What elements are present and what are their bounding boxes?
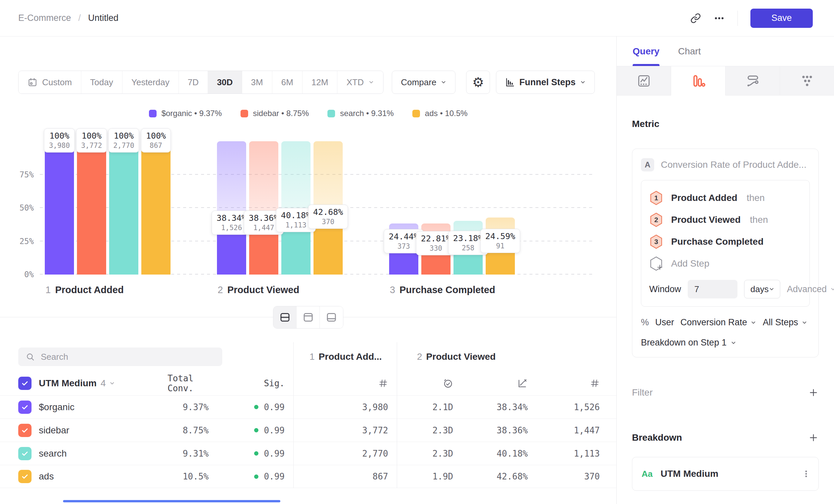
date-range-xtd[interactable]: XTD	[337, 71, 383, 93]
tab-query[interactable]: Query	[633, 37, 659, 66]
search-input[interactable]	[41, 352, 215, 362]
select-all-checkbox[interactable]	[18, 377, 31, 390]
date-range-6m[interactable]: 6M	[272, 71, 303, 93]
avg-time-icon[interactable]	[442, 378, 453, 389]
metric-step-1[interactable]: 1Product Addedthen	[649, 187, 802, 209]
bar-count: 1,113	[281, 221, 311, 229]
bar-count: 1,526	[217, 224, 246, 232]
metric-title: Conversion Rate of Product Adde...	[661, 160, 807, 170]
bar-ads-step2[interactable]: 42.68%370	[313, 141, 343, 275]
panel-top-icon	[303, 312, 314, 323]
date-range-today[interactable]: Today	[81, 71, 123, 93]
date-range-custom[interactable]: Custom	[19, 71, 81, 93]
funnel-steps-card: 1Product Addedthen2Product Viewedthen3Pu…	[641, 180, 810, 307]
compare-button[interactable]: Compare	[392, 71, 456, 94]
group-by-label[interactable]: UTM Medium 4	[39, 378, 115, 389]
step1-count-cell: 2,770	[293, 442, 397, 465]
total-conv-cell-value: 9.37%	[183, 402, 208, 412]
hash-icon[interactable]	[378, 378, 388, 388]
legend-swatch	[149, 110, 157, 117]
legend-item-organic[interactable]: $organic • 9.37%	[149, 109, 222, 118]
step1-count-cell: 867	[293, 465, 397, 488]
bar-sidebar-step2[interactable]: 38.36%1,447	[249, 141, 278, 275]
bar-sidebar-step3[interactable]: 22.81%330	[421, 141, 451, 275]
chart-type-tab-dots-grid[interactable]	[780, 66, 834, 95]
bar-ads-step3[interactable]: 24.59%91	[486, 141, 515, 275]
view-toggle-panel-bottom[interactable]	[320, 306, 343, 328]
breadcrumb-current[interactable]: Untitled	[88, 13, 119, 23]
row-checkbox[interactable]	[18, 400, 31, 414]
y-tick-label: 50%	[20, 203, 34, 212]
bar-search-step1[interactable]: 100%2,770	[109, 141, 138, 275]
breadcrumb-parent[interactable]: E-Commerce	[18, 13, 71, 23]
save-button[interactable]: Save	[750, 8, 813, 28]
chart-type-tab-flow[interactable]	[726, 66, 780, 95]
then-label: then	[747, 193, 765, 203]
hash-icon[interactable]	[590, 378, 600, 388]
date-range-12m[interactable]: 12M	[303, 71, 338, 93]
bar-search-step3[interactable]: 23.18%258	[454, 141, 483, 275]
step2-count-cell-value: 370	[584, 472, 600, 481]
breakdown-item-menu-button[interactable]	[801, 469, 811, 479]
chart-type-tab-funnel-bars[interactable]	[671, 66, 726, 95]
layout-view-toggle	[273, 306, 343, 328]
measure-scope-dropdown[interactable]: All Steps	[763, 317, 808, 327]
column-sig[interactable]: Sig.	[264, 378, 285, 388]
metric-step-name: Product Added	[671, 193, 738, 203]
date-range-30d[interactable]: 30D	[208, 71, 242, 93]
bar-ads-step1[interactable]: 100%867	[141, 141, 171, 275]
view-toggle-split-rows[interactable]	[273, 306, 297, 328]
row-checkbox[interactable]	[18, 470, 31, 483]
metric-title-row[interactable]: A Conversion Rate of Product Adde...	[641, 158, 810, 171]
horizontal-scrollbar[interactable]	[63, 500, 280, 502]
breakdown-item[interactable]: Aa UTM Medium	[632, 457, 819, 491]
measure-entity[interactable]: User	[655, 317, 674, 327]
avg-time-cell-value: 2.3D	[432, 449, 453, 459]
step-name: Product Viewed	[426, 351, 496, 362]
breakdown-section: Breakdown	[632, 432, 819, 443]
window-unit-select[interactable]: days	[744, 280, 780, 298]
add-filter-button[interactable]	[808, 387, 819, 398]
chart-type-strip	[617, 66, 834, 95]
bar-sidebar-step1[interactable]: 100%3,772	[77, 141, 106, 275]
conv-rate-icon[interactable]	[517, 378, 528, 389]
legend-item-sidebar[interactable]: sidebar • 8.75%	[241, 109, 309, 118]
date-range-7d[interactable]: 7D	[179, 71, 208, 93]
bar-organic-step2[interactable]: 38.34%1,526	[217, 141, 246, 275]
column-total-conv[interactable]: Total Conv.	[168, 373, 208, 393]
window-value-input[interactable]	[688, 280, 738, 298]
then-label: then	[750, 214, 768, 225]
sig-cell: 0.99	[217, 442, 293, 465]
check-icon	[21, 450, 29, 458]
date-range-label: 30D	[217, 77, 233, 88]
metric-step-2[interactable]: 2Product Viewedthen	[649, 209, 802, 231]
chart-type-button[interactable]: Funnel Steps	[496, 71, 595, 94]
sidebar-tabs: QueryChart	[617, 37, 834, 66]
view-toggle-panel-top[interactable]	[297, 306, 320, 328]
table-row-search: search9.31%0.992,7702.3D40.18%1,113	[0, 442, 616, 465]
chart-type-tab-line-chart[interactable]	[617, 66, 671, 95]
legend-item-search[interactable]: search • 9.31%	[327, 109, 394, 118]
row-checkbox[interactable]	[18, 447, 31, 460]
measure-metric-dropdown[interactable]: Conversion Rate	[680, 317, 756, 327]
chart-settings-button[interactable]: ⚙	[466, 71, 490, 94]
date-range-yesterday[interactable]: Yesterday	[123, 71, 179, 93]
share-link-button[interactable]	[690, 13, 701, 24]
search-box[interactable]	[18, 347, 222, 366]
metric-badge: A	[641, 158, 654, 171]
add-breakdown-button[interactable]	[808, 432, 819, 443]
bar-organic-step1[interactable]: 100%3,980	[45, 141, 74, 275]
tab-chart[interactable]: Chart	[678, 37, 701, 66]
bar-organic-step3[interactable]: 24.44%373	[389, 141, 418, 275]
metric-step-3[interactable]: 3Purchase Completed	[649, 231, 802, 253]
legend-item-ads[interactable]: ads • 10.5%	[412, 109, 467, 118]
add-step-row[interactable]: Add Step	[649, 253, 802, 275]
step-hexagon-badge: 1	[649, 190, 663, 206]
gear-icon: ⚙	[473, 76, 484, 89]
date-range-3m[interactable]: 3M	[242, 71, 272, 93]
breakdown-on-step-dropdown[interactable]: Breakdown on Step 1	[641, 338, 737, 348]
advanced-button[interactable]: Advanced	[787, 284, 834, 294]
more-options-button[interactable]	[714, 13, 725, 24]
bar-search-step2[interactable]: 40.18%1,113	[281, 141, 310, 275]
row-checkbox[interactable]	[18, 424, 31, 437]
